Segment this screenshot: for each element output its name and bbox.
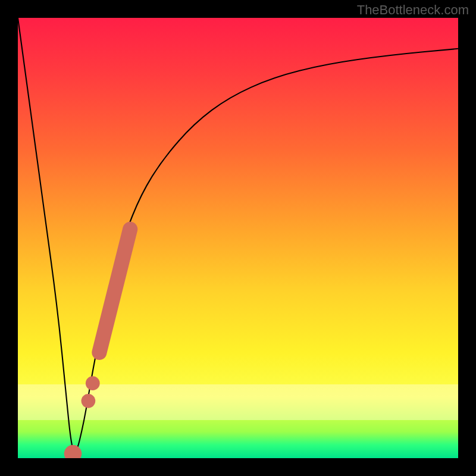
watermark-text: TheBottleneck.com — [357, 2, 469, 18]
chart-background-gradient — [18, 18, 458, 458]
chart-frame — [18, 18, 458, 458]
